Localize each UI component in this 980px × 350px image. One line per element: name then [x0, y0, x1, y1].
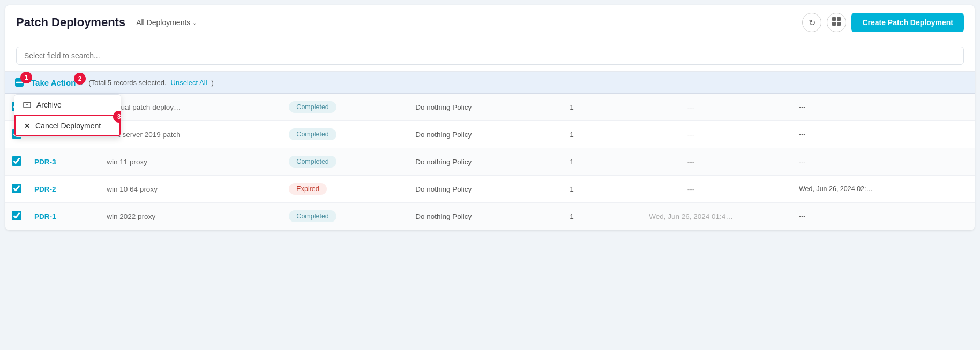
row-status-cell: Completed [282, 94, 409, 121]
row-id-cell: PDR-1 [28, 203, 100, 230]
deployment-id-link[interactable]: PDR-1 [34, 212, 56, 220]
search-bar [5, 40, 975, 72]
unselect-all-link[interactable]: Unselect All [171, 79, 207, 87]
row-checkbox[interactable] [12, 184, 21, 193]
create-patch-deployment-button[interactable]: Create Patch Deployment [851, 13, 964, 32]
row-col6-cell: --- [589, 148, 792, 176]
deployments-table: PDR-5 manual patch deploy… Completed Do … [5, 94, 975, 230]
deployment-id-link[interactable]: PDR-2 [34, 185, 56, 193]
row-checkbox[interactable] [12, 211, 21, 220]
table-row: PDR-4 dmz server 2019 patch Completed Do… [5, 121, 975, 148]
row-checkbox-cell[interactable] [5, 148, 28, 176]
filter-dropdown-button[interactable]: All Deployments ⌄ [132, 16, 201, 29]
header-left: Patch Deployments All Deployments ⌄ [16, 16, 201, 29]
row-description-cell: win 2022 proxy [100, 203, 282, 230]
row-description-cell: win 11 proxy [100, 148, 282, 176]
row-col6-cell: Wed, Jun 26, 2024 01:4… [589, 203, 792, 230]
row-description-cell: dmz server 2019 patch [100, 121, 282, 148]
row-col6-cell: --- [589, 176, 792, 203]
table-row: PDR-5 manual patch deploy… Completed Do … [5, 94, 975, 121]
row-checkbox-cell[interactable] [5, 203, 28, 230]
action-bar: 1 Take Action ⌄ 2 (Total 5 records selec… [5, 72, 975, 94]
cancel-icon: ✕ [24, 122, 30, 130]
row-description-cell: win 10 64 proxy [100, 176, 282, 203]
row-count-cell: 1 [554, 203, 589, 230]
grid-view-button[interactable] [827, 13, 846, 32]
row-col7-cell: --- [792, 94, 975, 121]
status-badge: Completed [289, 128, 336, 140]
action-dropdown-menu: Archive ✕ Cancel Deployment 3 [14, 94, 121, 137]
svg-rect-3 [837, 22, 841, 26]
table-row: PDR-2 win 10 64 proxy Expired Do nothing… [5, 176, 975, 203]
row-count-cell: 1 [554, 176, 589, 203]
row-id-cell: PDR-3 [28, 148, 100, 176]
row-status-cell: Completed [282, 203, 409, 230]
row-count-cell: 1 [554, 94, 589, 121]
row-checkbox-cell[interactable] [5, 176, 28, 203]
table-row: PDR-3 win 11 proxy Completed Do nothing … [5, 148, 975, 176]
selection-count-text: (Total 5 records selected. [88, 79, 166, 87]
archive-label: Archive [36, 101, 62, 109]
svg-rect-0 [832, 17, 836, 21]
row-id-cell: PDR-2 [28, 176, 100, 203]
table-row: PDR-1 win 2022 proxy Completed Do nothin… [5, 203, 975, 230]
status-badge: Completed [289, 210, 336, 222]
search-input[interactable] [16, 47, 964, 65]
filter-label: All Deployments [136, 18, 190, 27]
row-count-cell: 1 [554, 148, 589, 176]
grid-icon [832, 17, 841, 28]
header-right: ↻ Create Patch Deployment [802, 13, 964, 32]
cancel-deployment-label: Cancel Deployment [35, 121, 101, 130]
svg-rect-1 [837, 17, 841, 21]
row-description-cell: manual patch deploy… [100, 94, 282, 121]
row-col6-cell: --- [589, 121, 792, 148]
archive-menu-item[interactable]: Archive [14, 95, 121, 115]
row-checkbox[interactable] [12, 156, 21, 166]
take-action-label: Take Action [31, 78, 76, 87]
row-policy-cell: Do nothing Policy [409, 148, 554, 176]
row-policy-cell: Do nothing Policy [409, 176, 554, 203]
status-badge: Completed [289, 156, 336, 168]
cancel-deployment-menu-item[interactable]: ✕ Cancel Deployment 3 [14, 115, 121, 136]
archive-icon [23, 100, 31, 110]
deployment-id-link[interactable]: PDR-3 [34, 158, 56, 166]
page-header: Patch Deployments All Deployments ⌄ ↻ [5, 5, 975, 40]
closing-paren: ) [212, 79, 214, 87]
row-col7-cell: Wed, Jun 26, 2024 02:… [792, 176, 975, 203]
svg-rect-6 [24, 102, 31, 108]
row-count-cell: 1 [554, 121, 589, 148]
row-col6-cell: --- [589, 94, 792, 121]
row-col7-cell: --- [792, 203, 975, 230]
row-col7-cell: --- [792, 121, 975, 148]
step1-badge: 1 [20, 72, 32, 83]
svg-rect-2 [832, 22, 836, 26]
row-status-cell: Expired [282, 176, 409, 203]
chevron-down-icon: ⌄ [192, 20, 197, 26]
row-policy-cell: Do nothing Policy [409, 121, 554, 148]
row-status-cell: Completed [282, 148, 409, 176]
status-badge: Completed [289, 101, 336, 113]
step3-badge: 3 [113, 111, 121, 123]
row-policy-cell: Do nothing Policy [409, 94, 554, 121]
refresh-button[interactable]: ↻ [802, 13, 821, 32]
step2-badge: 2 [74, 73, 86, 85]
refresh-icon: ↻ [809, 18, 816, 28]
status-badge: Expired [289, 183, 326, 195]
row-col7-cell: --- [792, 148, 975, 176]
row-policy-cell: Do nothing Policy [409, 203, 554, 230]
page-title: Patch Deployments [16, 16, 125, 29]
row-status-cell: Completed [282, 121, 409, 148]
